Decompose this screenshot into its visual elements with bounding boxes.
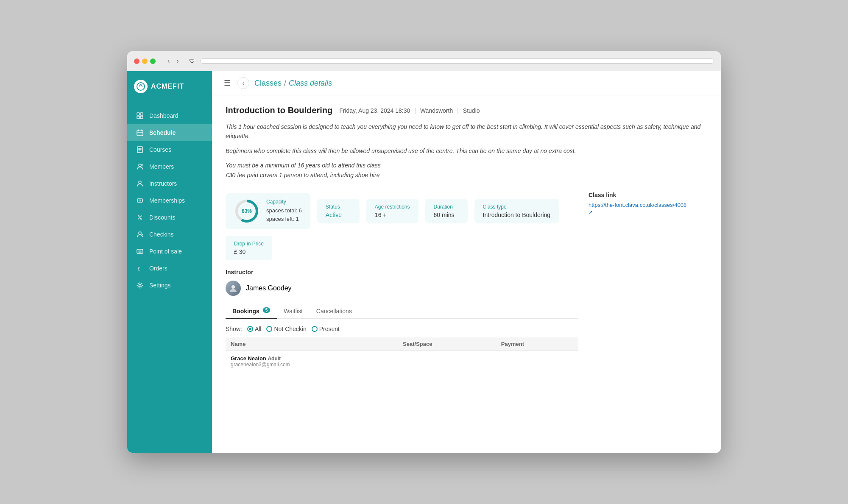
svg-text:£: £	[137, 265, 140, 272]
class-description-3: You must be a minimum of 16 years old to…	[226, 161, 707, 180]
svg-point-10	[139, 200, 141, 201]
dashboard-icon	[136, 111, 144, 120]
svg-rect-1	[137, 113, 139, 115]
class-type-card: Class type Introduction to Bouldering	[474, 199, 559, 223]
filter-not-checkin[interactable]: Not Checkin	[266, 326, 306, 332]
stats-row: 83% Capacity spaces total: 6 spaces left…	[226, 193, 578, 260]
capacity-widget: 83% Capacity spaces total: 6 spaces left…	[226, 193, 310, 229]
address-bar[interactable]	[200, 58, 714, 64]
breadcrumb-parent[interactable]: Classes	[254, 79, 282, 88]
courses-icon	[136, 145, 144, 154]
capacity-info: Capacity spaces total: 6 spaces left: 1	[266, 199, 302, 223]
bookings-table: Name Seat/Space Payment Grace Nealon	[226, 337, 578, 372]
sidebar-item-members[interactable]: Members	[127, 158, 212, 175]
filter-all[interactable]: All	[247, 326, 262, 332]
sidebar-item-schedule[interactable]: Schedule	[127, 124, 212, 141]
sidebar: ACMEFIT Dashboard	[127, 71, 212, 453]
tab-cancellations[interactable]: Cancellations	[310, 304, 359, 319]
class-link-section: Class link https://the-font.clava.co.uk/…	[589, 192, 707, 216]
col-payment: Payment	[496, 337, 578, 351]
show-label: Show:	[226, 326, 242, 332]
sidebar-item-checkins[interactable]: Checkins	[127, 226, 212, 243]
minimize-dot[interactable]	[142, 58, 148, 64]
sidebar-item-pos[interactable]: Point of sale	[127, 243, 212, 260]
sidebar-item-dashboard[interactable]: Dashboard	[127, 107, 212, 124]
filter-not-checkin-label: Not Checkin	[274, 326, 306, 332]
memberships-icon	[136, 196, 144, 205]
maximize-dot[interactable]	[150, 58, 156, 64]
class-description-1: This 1 hour coached session is designed …	[226, 122, 707, 141]
svg-point-19	[232, 285, 235, 289]
meta-sep-2: |	[457, 107, 459, 114]
instructor-section: Instructor	[226, 269, 578, 296]
class-description-2: Beginners who complete this class will t…	[226, 146, 707, 156]
class-title: Introduction to Bouldering	[226, 106, 332, 115]
instructor-name: James Goodey	[246, 284, 292, 292]
logo-area: ACMEFIT	[127, 71, 212, 102]
back-button[interactable]: ‹	[237, 77, 249, 89]
sidebar-label-pos: Point of sale	[149, 248, 182, 255]
tab-waitlist-label: Waitlist	[284, 308, 303, 315]
back-nav-button[interactable]: ‹	[166, 56, 171, 66]
spaces-total: 6	[299, 207, 302, 214]
settings-icon	[136, 281, 144, 290]
tab-waitlist[interactable]: Waitlist	[277, 304, 310, 319]
top-bar: ☰ ‹ Classes / Class details	[212, 71, 721, 95]
table-row: Grace Nealon Adult gracenealon3@gmail.co…	[226, 351, 578, 372]
radio-not-checkin	[266, 326, 272, 332]
age-restrictions-card: Age restrictions 16 +	[366, 199, 418, 223]
shield-icon: 🛡	[189, 58, 195, 64]
duration-card: Duration 60 mins	[425, 199, 468, 223]
svg-rect-5	[137, 130, 143, 136]
sidebar-label-checkins: Checkins	[149, 231, 174, 238]
sidebar-item-instructors[interactable]: Instructors	[127, 175, 212, 192]
class-link-title: Class link	[589, 192, 707, 198]
sidebar-nav: Dashboard Schedule	[127, 102, 212, 453]
browser-nav: ‹ ›	[166, 56, 181, 66]
svg-point-13	[139, 232, 141, 234]
svg-point-12	[141, 218, 142, 220]
sidebar-label-settings: Settings	[149, 282, 171, 289]
sidebar-item-memberships[interactable]: Memberships	[127, 192, 212, 209]
filter-present[interactable]: Present	[312, 326, 340, 332]
col-seat: Seat/Space	[398, 337, 496, 351]
external-link-icon: ↗	[589, 209, 593, 215]
members-icon	[136, 162, 144, 171]
svg-point-7	[139, 164, 141, 167]
breadcrumb: Classes / Class details	[254, 79, 332, 88]
status-label: Status	[326, 204, 351, 210]
instructor-avatar	[226, 281, 241, 296]
schedule-icon	[136, 128, 144, 137]
svg-point-11	[138, 216, 139, 217]
show-filter-row: Show: All Not Checkin Pres	[226, 326, 578, 332]
capacity-details: spaces total: 6 spaces left: 1	[266, 206, 302, 223]
capacity-percent: 83%	[242, 208, 252, 214]
member-fullname: Grace Nealon	[231, 355, 266, 362]
sidebar-label-courses: Courses	[149, 146, 171, 153]
hamburger-button[interactable]: ☰	[222, 78, 232, 89]
sidebar-label-memberships: Memberships	[149, 197, 185, 204]
left-col: 83% Capacity spaces total: 6 spaces left…	[226, 185, 578, 372]
sidebar-item-discounts[interactable]: Discounts	[127, 209, 212, 226]
seat-cell	[398, 351, 496, 372]
sidebar-item-settings[interactable]: Settings	[127, 277, 212, 294]
class-link-url[interactable]: https://the-font.clava.co.uk/classes/400…	[589, 202, 707, 208]
sidebar-label-schedule: Schedule	[149, 129, 176, 136]
sidebar-item-orders[interactable]: £ Orders	[127, 260, 212, 277]
checkins-icon	[136, 230, 144, 239]
spaces-left: 1	[296, 216, 298, 222]
tab-bookings[interactable]: Bookings 5	[226, 304, 277, 319]
drop-in-price-card: Drop-in Price £ 30	[226, 236, 272, 260]
svg-rect-3	[137, 116, 139, 119]
sidebar-item-courses[interactable]: Courses	[127, 141, 212, 158]
svg-rect-2	[140, 113, 143, 115]
filter-present-label: Present	[319, 326, 340, 332]
close-dot[interactable]	[134, 58, 139, 64]
class-meta: Friday, Aug 23, 2024 18:30 | Wandsworth …	[339, 107, 480, 114]
col-name: Name	[226, 337, 398, 351]
status-value: Active	[326, 212, 351, 218]
capacity-title: Capacity	[266, 199, 302, 205]
sidebar-label-members: Members	[149, 163, 174, 170]
forward-nav-button[interactable]: ›	[175, 56, 180, 66]
instructor-row: James Goodey	[226, 281, 578, 296]
